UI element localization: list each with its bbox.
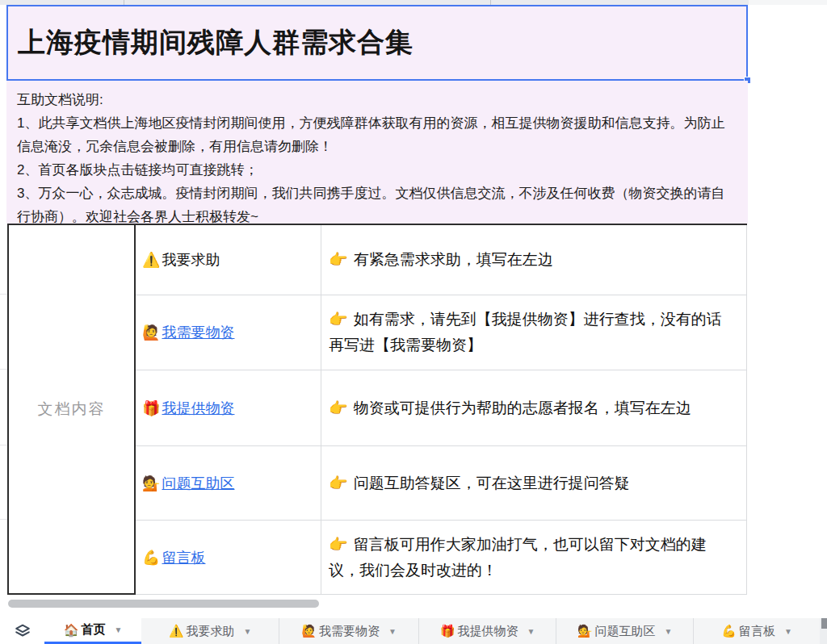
row-divider: [0, 445, 7, 445]
row-divider: [0, 369, 7, 370]
chevron-down-icon[interactable]: ▼: [388, 627, 397, 636]
chevron-down-icon[interactable]: ▼: [243, 627, 251, 636]
tab-emoji-icon: 🏠: [64, 623, 79, 638]
tab-label: 问题互助区: [594, 624, 655, 639]
pointing-right-icon: 👉: [329, 311, 348, 328]
page-title: 上海疫情期间残障人群需求合集: [18, 24, 414, 61]
section-desc-column: 👉有紧急需求求助，填写在左边👉如有需求，请先到【我提供物资】进行查找，没有的话再…: [321, 225, 747, 595]
sheet-tab-首页[interactable]: 🏠首页▼: [44, 618, 141, 644]
tab-emoji-icon: 🙋: [301, 624, 317, 638]
column-header-strip-right: [749, 0, 827, 5]
pointing-right-icon: 👉: [329, 399, 348, 416]
section-link-cell[interactable]: 💪留言板: [136, 521, 321, 595]
sheet-tab-我需要物资[interactable]: 🙋我需要物资▼: [279, 618, 418, 644]
tab-overflow-fragment: [821, 618, 827, 629]
sheet-tab-问题互助区[interactable]: 💁问题互助区▼: [556, 618, 693, 644]
section-emoji-icon: 💁: [142, 475, 160, 492]
section-desc-cell[interactable]: 👉物资或可提供行为帮助的志愿者报名，填写在左边: [321, 370, 747, 446]
row-divider: [0, 294, 7, 295]
chevron-down-icon[interactable]: ▼: [664, 627, 672, 636]
row-header-label: 文档内容: [38, 399, 106, 420]
tab-emoji-icon: ⚠️: [169, 624, 184, 638]
sheet-tabs: 🏠首页▼⚠️我要求助▼🙋我需要物资▼🎁我提供物资▼💁问题互助区▼💪留言板▼: [44, 618, 820, 644]
sheet-tab-我要求助[interactable]: ⚠️我要求助▼: [141, 618, 279, 644]
section-desc-text: 👉留言板可用作大家加油打气，也可以留下对文档的建议，我们会及时改进的！: [329, 532, 735, 583]
tab-label: 我要求助: [186, 624, 234, 639]
section-link[interactable]: 问题互助区: [162, 474, 234, 493]
sheet-tabbar: 🏠首页▼⚠️我要求助▼🙋我需要物资▼🎁我提供物资▼💁问题互助区▼💪留言板▼: [0, 618, 827, 644]
section-emoji-icon: 🎁: [142, 399, 160, 417]
sheet-tab-留言板[interactable]: 💪留言板▼: [693, 618, 820, 644]
section-desc-cell[interactable]: 👉有紧急需求求助，填写在左边: [321, 225, 747, 295]
section-link-cell[interactable]: 🎁我提供物资: [136, 370, 321, 446]
section-link[interactable]: 留言板: [162, 548, 205, 567]
section-link-cell[interactable]: 💁问题互助区: [136, 446, 321, 521]
chevron-down-icon[interactable]: ▼: [114, 625, 122, 634]
tab-label: 我需要物资: [319, 624, 380, 639]
title-cell[interactable]: 上海疫情期间残障人群需求合集: [6, 5, 748, 81]
section-link[interactable]: 我需要物资: [162, 323, 234, 342]
notice-cell[interactable]: 互助文档说明: 1、此共享文档供上海地区疫情封闭期间使用，方便残障群体获取有用的…: [6, 81, 748, 224]
section-link[interactable]: 我提供物资: [162, 399, 234, 418]
tab-label: 留言板: [739, 624, 775, 639]
section-link-cell[interactable]: 🙋我需要物资: [136, 295, 321, 370]
section-desc-cell[interactable]: 👉留言板可用作大家加油打气，也可以留下对文档的建议，我们会及时改进的！: [321, 521, 747, 595]
section-desc-cell[interactable]: 👉如有需求，请先到【我提供物资】进行查找，没有的话再写进【我需要物资】: [321, 295, 747, 370]
section-desc-text: 👉有紧急需求求助，填写在左边: [329, 247, 553, 273]
section-emoji-icon: 💪: [142, 549, 160, 567]
section-emoji-icon: ⚠️: [142, 251, 160, 269]
section-emoji-icon: 🙋: [142, 324, 160, 341]
pointing-right-icon: 👉: [329, 475, 348, 491]
tab-emoji-icon: 💁: [577, 624, 593, 638]
tab-label: 我提供物资: [457, 624, 518, 639]
tabbar-right-edge: [820, 618, 827, 644]
chevron-down-icon[interactable]: ▼: [784, 627, 792, 636]
row-divider: [0, 519, 7, 520]
content-table: 文档内容 ⚠️我要求助🙋我需要物资🎁我提供物资💁问题互助区💪留言板 👉有紧急需求…: [7, 224, 747, 595]
section-link-cell: ⚠️我要求助: [136, 225, 321, 295]
chevron-down-icon[interactable]: ▼: [527, 627, 535, 636]
sheet-tab-我提供物资[interactable]: 🎁我提供物资▼: [418, 618, 556, 644]
horizontal-scrollbar-thumb[interactable]: [8, 600, 319, 608]
tab-emoji-icon: 🎁: [440, 624, 455, 638]
section-desc-text: 👉问题互助答疑区，可在这里进行提问答疑: [329, 470, 630, 496]
pointing-right-icon: 👉: [329, 536, 348, 553]
section-link-column: ⚠️我要求助🙋我需要物资🎁我提供物资💁问题互助区💪留言板: [136, 225, 321, 595]
pointing-right-icon: 👉: [329, 251, 348, 268]
section-desc-text: 👉物资或可提供行为帮助的志愿者报名，填写在左边: [329, 395, 691, 421]
layers-icon: [14, 622, 31, 640]
section-desc-text: 👉如有需求，请先到【我提供物资】进行查找，没有的话再写进【我需要物资】: [329, 307, 735, 358]
sheet-list-button[interactable]: [0, 618, 44, 644]
tab-label: 首页: [81, 622, 105, 638]
tab-emoji-icon: 💪: [721, 624, 737, 638]
section-label: 我要求助: [162, 250, 220, 270]
notice-text: 互助文档说明: 1、此共享文档供上海地区疫情封闭期间使用，方便残障群体获取有用的…: [17, 88, 737, 228]
section-desc-cell[interactable]: 👉问题互助答疑区，可在这里进行提问答疑: [321, 446, 747, 521]
row-header-cell[interactable]: 文档内容: [7, 225, 136, 595]
